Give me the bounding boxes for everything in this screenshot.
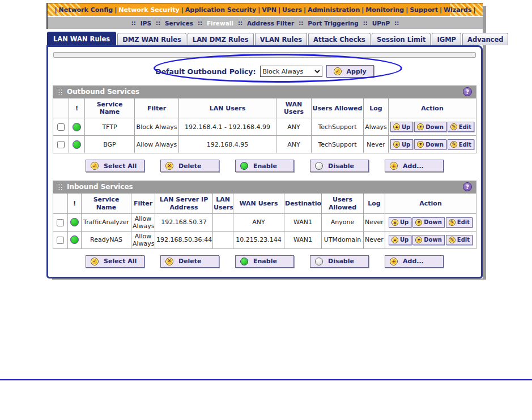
top-nav-item-administration[interactable]: Administration — [306, 6, 361, 14]
outbound-services-header: Outbound Services ? — [53, 85, 476, 98]
add-button[interactable]: +Add... — [385, 255, 444, 268]
inbound-header-row: !Service NameFilterLAN Server IP Address… — [53, 194, 476, 213]
inbound-header-cell: Filter — [131, 194, 155, 213]
top-nav-item-network-config[interactable]: Network Config — [57, 6, 114, 14]
help-icon[interactable]: ? — [463, 87, 472, 96]
outbound-tbody: TFTPBlock Always192.168.4.1 - 192.168.4.… — [53, 118, 476, 153]
table-row: BGPAllow Always192.168.4.95ANYTechSuppor… — [53, 136, 476, 153]
sub-nav-item-upnp[interactable]: UPnP — [371, 20, 391, 27]
add-button[interactable]: +Add... — [385, 160, 444, 172]
row-edit-button[interactable]: ✎Edit — [446, 235, 473, 245]
apply-button[interactable]: ✓ Apply — [326, 65, 374, 78]
select-all-button[interactable]: ✓Select All — [86, 160, 144, 172]
tab-lan-dmz-rules[interactable]: LAN DMZ Rules — [188, 33, 254, 45]
row-select-cell — [53, 136, 69, 153]
row-button-label: Down — [424, 237, 442, 243]
sub-nav-item-firewall[interactable]: Firewall — [205, 20, 235, 27]
inbound-cell-lan-users — [213, 213, 233, 231]
row-button-label: Up — [400, 237, 408, 243]
row-down-button[interactable]: ▾Down — [412, 235, 445, 245]
row-edit-button[interactable]: ✎Edit — [448, 139, 474, 149]
drag-grid-icon — [57, 88, 62, 95]
outbound-cell-wan-users: ANY — [276, 136, 312, 153]
check-icon: ✓ — [91, 258, 99, 265]
outbound-header-cell: Action — [389, 98, 476, 118]
row-button-label: Edit — [457, 237, 470, 243]
delete-button[interactable]: ✕Delete — [160, 160, 219, 172]
inbound-cell-lan-server-ip: 192.168.50.37 — [155, 213, 213, 231]
inbound-cell-users-allowed: UTMdomain — [322, 231, 364, 248]
tab-dmz-wan-rules[interactable]: DMZ WAN Rules — [117, 33, 186, 45]
row-edit-button[interactable]: ✎Edit — [446, 217, 473, 228]
tab-advanced[interactable]: Advanced — [462, 33, 508, 45]
row-actions-cell: ▴Up▾Down✎Edit — [385, 213, 476, 231]
row-down-button[interactable]: ▾Down — [412, 217, 445, 228]
disable-icon — [315, 162, 323, 170]
row-down-button[interactable]: ▾Down — [414, 122, 446, 132]
down-icon: ▾ — [415, 219, 422, 226]
row-edit-button[interactable]: ✎Edit — [448, 122, 474, 132]
row-select-checkbox[interactable] — [57, 123, 65, 131]
inbound-thead: !Service NameFilterLAN Server IP Address… — [53, 194, 476, 213]
row-up-button[interactable]: ▴Up — [390, 139, 413, 149]
tab-session-limit[interactable]: Session Limit — [372, 33, 431, 45]
edit-icon: ✎ — [449, 237, 456, 243]
edit-icon: ✎ — [450, 141, 457, 148]
inbound-services-table: !Service NameFilterLAN Server IP Address… — [53, 193, 476, 248]
sub-nav-item-ips[interactable]: IPS — [139, 20, 153, 27]
row-down-button[interactable]: ▾Down — [414, 139, 446, 149]
inbound-cell-service: ReadyNAS — [82, 231, 131, 248]
button-label: Delete — [178, 258, 202, 265]
help-icon[interactable]: ? — [463, 182, 472, 191]
top-nav-item-monitoring[interactable]: Monitoring — [364, 6, 406, 14]
sub-nav-item-port-triggering[interactable]: Port Triggering — [306, 20, 360, 27]
enable-button[interactable]: Enable — [235, 255, 294, 268]
disable-icon — [315, 258, 323, 265]
enable-button[interactable]: Enable — [235, 160, 294, 172]
outbound-thead: !Service NameFilterLAN UsersWAN UsersUse… — [53, 98, 476, 118]
default-outbound-policy-row: Default Outbound Policy: Block Always ✓ … — [53, 65, 476, 78]
default-outbound-policy-select[interactable]: Block Always — [260, 66, 322, 77]
edit-icon: ✎ — [450, 123, 457, 130]
row-up-button[interactable]: ▴Up — [390, 122, 413, 132]
tab-lan-wan-rules[interactable]: LAN WAN Rules — [47, 32, 116, 45]
sub-nav-item-services[interactable]: Services — [163, 20, 195, 27]
page-divider-line — [0, 379, 532, 380]
inbound-cell-filter: Allow Always — [131, 213, 155, 231]
delete-button[interactable]: ✕Delete — [160, 255, 219, 268]
table-row: ReadyNASAllow Always192.168.50.36:44310.… — [53, 231, 476, 248]
top-nav-item-network-security[interactable]: Network Security — [117, 6, 181, 14]
row-button-label: Edit — [459, 142, 471, 148]
row-up-button[interactable]: ▴Up — [389, 235, 411, 245]
button-label: Enable — [253, 162, 277, 170]
status-enabled-icon — [70, 235, 79, 244]
inbound-header-cell: Users Allowed — [322, 194, 364, 213]
outbound-cell-lan-users: 192.168.4.95 — [179, 136, 276, 153]
top-nav-item-vpn[interactable]: VPN — [260, 6, 278, 14]
sub-nav-separator: :: — [129, 20, 139, 26]
row-up-button[interactable]: ▴Up — [389, 217, 411, 228]
row-select-checkbox[interactable] — [57, 237, 64, 244]
sub-nav-separator: :: — [360, 20, 371, 26]
select-all-button[interactable]: ✓Select All — [86, 255, 144, 268]
top-nav-item-users[interactable]: Users — [280, 6, 304, 14]
inbound-header-cell: Log — [364, 194, 385, 213]
button-label: Add... — [403, 162, 424, 170]
disable-button[interactable]: Disable — [310, 255, 369, 268]
row-select-checkbox[interactable] — [57, 141, 65, 148]
top-nav-item-application-security[interactable]: Application Security — [184, 6, 258, 14]
tab-igmp[interactable]: IGMP — [432, 33, 461, 45]
disable-button[interactable]: Disable — [310, 160, 369, 172]
top-nav-item-support[interactable]: Support — [408, 6, 440, 14]
row-select-checkbox[interactable] — [57, 219, 64, 226]
row-button-label: Up — [400, 219, 408, 225]
sub-nav-item-address-filter[interactable]: Address Filter — [245, 20, 296, 27]
outbound-header-cell: LAN Users — [179, 98, 276, 118]
sub-nav-separator: :: — [153, 20, 163, 26]
table-row: TrafficAnalyzerAllow Always192.168.50.37… — [53, 213, 476, 231]
down-icon: ▾ — [415, 237, 422, 243]
tab-vlan-rules[interactable]: VLAN Rules — [255, 33, 307, 45]
tab-attack-checks[interactable]: Attack Checks — [308, 33, 371, 45]
top-nav-item-wizards[interactable]: Wizards — [442, 6, 474, 14]
nav-bars: |Network Config|Network Security|Applica… — [46, 3, 483, 29]
